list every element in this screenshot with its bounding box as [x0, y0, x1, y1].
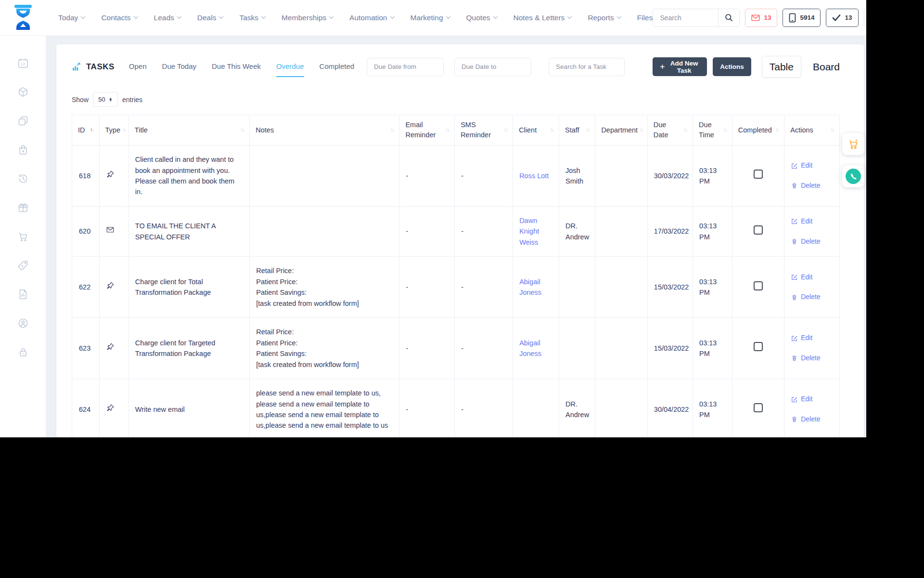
- edit-button[interactable]: Edit: [791, 272, 833, 283]
- task-department: [595, 379, 647, 437]
- nav-item-deals[interactable]: Deals: [197, 13, 223, 22]
- sidebar-item-cart[interactable]: [17, 230, 29, 243]
- sidebar-item-price-tag[interactable]: $: [17, 259, 29, 272]
- screen: TodayContactsLeadsDealsTasksMembershipsA…: [0, 0, 924, 578]
- nav-item-leads[interactable]: Leads: [154, 13, 181, 22]
- column-header-sms-reminder[interactable]: SMS Reminder↑↓: [455, 115, 513, 145]
- nav-item-files[interactable]: Files: [637, 13, 653, 22]
- actions-button[interactable]: Actions: [713, 57, 751, 76]
- tab-due-this-week[interactable]: Due This Week: [212, 62, 261, 71]
- client-link[interactable]: Dawn Knight Weiss: [519, 217, 539, 246]
- sidebar-item-gift[interactable]: [17, 201, 29, 214]
- sidebar-item-lock[interactable]: [17, 346, 29, 358]
- due-date-from-input[interactable]: [367, 58, 444, 76]
- main-content: TASKS OpenDue TodayDue This WeekOverdueC…: [46, 36, 866, 437]
- delete-button[interactable]: Delete: [791, 353, 833, 364]
- sidebar-item-layers[interactable]: [17, 115, 29, 127]
- delete-button[interactable]: Delete: [791, 181, 833, 191]
- column-header-type[interactable]: Type↑↓: [99, 115, 128, 145]
- sidebar-item-report[interactable]: [17, 288, 29, 301]
- column-header-client[interactable]: Client↑↓: [513, 115, 559, 145]
- trash-icon: [791, 182, 798, 189]
- tab-open[interactable]: Open: [129, 62, 147, 71]
- task-id: 620: [72, 206, 100, 256]
- edit-button[interactable]: Edit: [791, 333, 833, 343]
- task-department: [595, 206, 647, 256]
- nav-item-notes-letters[interactable]: Notes & Letters: [513, 13, 572, 22]
- sidebar-item-calendar[interactable]: 12: [17, 57, 29, 69]
- task-search-input[interactable]: [549, 58, 625, 76]
- client-link[interactable]: Ross Lott: [519, 172, 549, 180]
- nav-item-today[interactable]: Today: [58, 13, 85, 22]
- column-header-department[interactable]: Department↑↓: [595, 115, 647, 145]
- task-table-body: 618Client called in and they want to boo…: [72, 145, 840, 437]
- nav-item-tasks[interactable]: Tasks: [239, 13, 265, 22]
- smartphone-icon: [789, 13, 796, 23]
- task-type: [99, 257, 128, 318]
- completed-tasks-badge[interactable]: 13: [826, 9, 858, 27]
- completed-checkbox[interactable]: [754, 342, 763, 351]
- sidebar-item-history[interactable]: [17, 172, 29, 185]
- client-link[interactable]: Abigail Joness: [519, 339, 541, 357]
- nav-item-automation[interactable]: Automation: [349, 13, 394, 22]
- column-header-notes[interactable]: Notes↑↓: [250, 115, 399, 145]
- search-input[interactable]: [653, 9, 718, 26]
- add-new-task-button[interactable]: Add New Task: [653, 57, 707, 76]
- page-title: TASKS: [72, 62, 115, 72]
- delete-button[interactable]: Delete: [791, 292, 833, 302]
- package-icon: [17, 86, 29, 98]
- column-header-due-date[interactable]: Due Date↑↓: [647, 115, 693, 145]
- tab-overdue[interactable]: Overdue: [276, 62, 304, 71]
- app-logo[interactable]: [0, 4, 46, 31]
- nav-item-memberships[interactable]: Memberships: [282, 13, 333, 22]
- completed-checkbox[interactable]: [754, 225, 763, 235]
- action-label: Delete: [801, 181, 820, 191]
- task-client: Ross Lott: [513, 145, 559, 207]
- board-view-button[interactable]: Board: [813, 61, 840, 73]
- sidebar-item-user-circle[interactable]: [17, 317, 29, 329]
- table-view-button[interactable]: Table: [762, 56, 801, 78]
- nav-item-contacts[interactable]: Contacts: [101, 13, 137, 22]
- column-label: Staff: [565, 125, 579, 135]
- column-header-completed[interactable]: Completed↑↓: [732, 115, 784, 145]
- completed-checkbox[interactable]: [754, 403, 763, 412]
- column-header-id[interactable]: ID↑↓: [72, 115, 100, 145]
- nav-item-quotes[interactable]: Quotes: [466, 13, 497, 22]
- edit-button[interactable]: Edit: [791, 216, 833, 227]
- column-header-due-time[interactable]: Due Time↑↓: [693, 115, 732, 145]
- edit-icon: [791, 218, 798, 225]
- chevron-down-icon: [329, 14, 334, 19]
- mail-notifications-badge[interactable]: 13: [745, 9, 777, 27]
- quick-call-button[interactable]: [842, 165, 864, 187]
- column-header-title[interactable]: Title↑↓: [128, 115, 249, 145]
- due-date-to-input[interactable]: [454, 58, 531, 76]
- column-label: ID: [78, 125, 85, 135]
- action-label: Edit: [801, 216, 812, 227]
- quick-cart-button[interactable]: [842, 133, 864, 155]
- delete-button[interactable]: Delete: [791, 414, 833, 425]
- search-button[interactable]: [718, 9, 739, 26]
- action-label: Edit: [801, 160, 812, 171]
- pushpin-icon: [106, 345, 115, 353]
- column-header-actions[interactable]: Actions↑↓: [784, 115, 840, 145]
- nav-item-reports[interactable]: Reports: [588, 13, 620, 22]
- tab-completed[interactable]: Completed: [320, 62, 355, 71]
- phone-badge[interactable]: 5914: [783, 9, 821, 27]
- column-label: SMS Reminder: [461, 120, 501, 140]
- page-size-select[interactable]: 50 ▲▼: [93, 92, 118, 107]
- delete-button[interactable]: Delete: [791, 236, 833, 247]
- client-link[interactable]: Abigail Joness: [519, 278, 541, 296]
- help-button[interactable]: ?: [864, 9, 867, 27]
- completed-checkbox[interactable]: [754, 281, 763, 290]
- action-label: Delete: [801, 292, 820, 302]
- column-header-staff[interactable]: Staff↑↓: [559, 115, 595, 145]
- tab-due-today[interactable]: Due Today: [162, 62, 196, 71]
- column-header-email-reminder[interactable]: Email Reminder↑↓: [399, 115, 455, 145]
- edit-button[interactable]: Edit: [791, 394, 833, 405]
- nav-item-marketing[interactable]: Marketing: [411, 13, 450, 22]
- completed-checkbox[interactable]: [754, 170, 763, 179]
- sidebar-item-shopping-bag[interactable]: [17, 144, 29, 156]
- edit-button[interactable]: Edit: [791, 160, 833, 171]
- phone-count: 5914: [800, 14, 814, 21]
- sidebar-item-package[interactable]: [17, 86, 29, 98]
